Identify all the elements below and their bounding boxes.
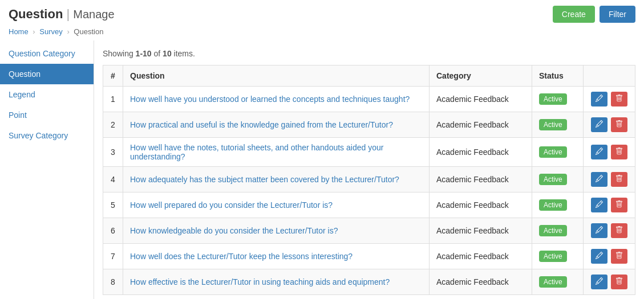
edit-button[interactable]	[591, 275, 607, 289]
breadcrumb-sep-1: ›	[33, 27, 35, 36]
row-category: Academic Feedback	[430, 167, 532, 192]
trash-icon	[615, 226, 623, 234]
row-category: Academic Feedback	[430, 112, 532, 138]
delete-button[interactable]	[611, 223, 627, 238]
row-num: 8	[103, 269, 123, 295]
row-status: Active	[532, 192, 584, 218]
status-badge: Active	[539, 199, 567, 211]
question-link[interactable]: How well have the notes, tutorial sheets…	[130, 143, 383, 161]
page-title: Question | Manage	[9, 7, 115, 21]
action-buttons	[590, 249, 628, 264]
trash-icon	[615, 252, 623, 259]
col-header-status: Status	[532, 65, 584, 87]
row-status: Active	[532, 138, 584, 167]
row-question: How well have the notes, tutorial sheets…	[123, 138, 430, 167]
delete-button[interactable]	[611, 92, 627, 107]
edit-icon	[596, 120, 603, 128]
question-link[interactable]: How well prepared do you consider the Le…	[130, 200, 333, 210]
col-header-num: #	[103, 65, 123, 87]
row-actions	[584, 167, 635, 192]
row-num: 7	[103, 244, 123, 269]
question-link[interactable]: How adequately has the subject matter be…	[130, 175, 399, 184]
edit-button[interactable]	[591, 92, 607, 107]
sidebar-item-legend[interactable]: Legend	[0, 84, 94, 105]
row-question: How effective is the Lecturer/Tutor in u…	[123, 269, 430, 295]
breadcrumb-survey[interactable]: Survey	[39, 27, 62, 36]
table-row: 3 How well have the notes, tutorial shee…	[103, 138, 635, 167]
delete-button[interactable]	[611, 249, 627, 264]
row-status: Active	[532, 218, 584, 244]
breadcrumb: Home › Survey › Question	[0, 25, 644, 40]
edit-button[interactable]	[591, 198, 607, 212]
row-category: Academic Feedback	[430, 218, 532, 244]
sidebar-item-point[interactable]: Point	[0, 105, 94, 125]
row-num: 6	[103, 218, 123, 244]
trash-icon	[615, 175, 623, 182]
edit-button[interactable]	[591, 249, 607, 264]
trash-icon	[615, 148, 623, 155]
header-buttons: Create Filter	[553, 6, 635, 23]
row-question: How adequately has the subject matter be…	[123, 167, 430, 192]
delete-button[interactable]	[611, 198, 627, 212]
row-category: Academic Feedback	[430, 192, 532, 218]
delete-button[interactable]	[611, 145, 627, 159]
breadcrumb-sep-2: ›	[67, 27, 69, 36]
create-button[interactable]: Create	[553, 6, 595, 23]
row-num: 4	[103, 167, 123, 192]
status-badge: Active	[539, 225, 567, 236]
edit-button[interactable]	[591, 223, 607, 238]
row-actions	[584, 269, 635, 295]
sidebar-item-question-category[interactable]: Question Category	[0, 43, 94, 64]
row-actions	[584, 112, 635, 138]
status-badge: Active	[539, 93, 567, 105]
delete-button[interactable]	[611, 172, 627, 187]
edit-icon	[596, 175, 603, 182]
row-actions	[584, 87, 635, 112]
delete-button[interactable]	[611, 117, 627, 132]
question-link[interactable]: How knowledgeable do you consider the Le…	[130, 226, 338, 235]
table-row: 1 How well have you understood or learne…	[103, 87, 635, 112]
edit-icon	[596, 200, 603, 208]
action-buttons	[590, 117, 628, 132]
edit-icon	[596, 148, 603, 155]
filter-button[interactable]: Filter	[600, 6, 635, 23]
row-status: Active	[532, 167, 584, 192]
sidebar-item-question[interactable]: Question	[0, 64, 94, 84]
row-category: Academic Feedback	[430, 87, 532, 112]
col-header-actions	[584, 65, 635, 87]
row-actions	[584, 244, 635, 269]
action-buttons	[590, 223, 628, 238]
status-badge: Active	[539, 119, 567, 130]
edit-button[interactable]	[591, 145, 607, 159]
trash-icon	[615, 120, 623, 128]
action-buttons	[590, 198, 628, 212]
delete-button[interactable]	[611, 275, 627, 289]
col-header-question: Question	[123, 65, 430, 87]
breadcrumb-home[interactable]: Home	[9, 27, 29, 36]
edit-icon	[596, 95, 603, 102]
main-layout: Question Category Question Legend Point …	[0, 40, 644, 299]
table-row: 8 How effective is the Lecturer/Tutor in…	[103, 269, 635, 295]
col-header-category: Category	[430, 65, 532, 87]
question-link[interactable]: How effective is the Lecturer/Tutor in u…	[130, 277, 390, 286]
row-question: How well have you understood or learned …	[123, 87, 430, 112]
row-status: Active	[532, 269, 584, 295]
question-link[interactable]: How practical and useful is the knowledg…	[130, 120, 393, 129]
row-question: How well prepared do you consider the Le…	[123, 192, 430, 218]
table-row: 5 How well prepared do you consider the …	[103, 192, 635, 218]
status-badge: Active	[539, 174, 567, 185]
edit-button[interactable]	[591, 117, 607, 132]
table-row: 4 How adequately has the subject matter …	[103, 167, 635, 192]
edit-icon	[596, 226, 603, 234]
row-num: 3	[103, 138, 123, 167]
question-link[interactable]: How well does the Lecturer/Tutor keep th…	[130, 252, 353, 261]
table-row: 7 How well does the Lecturer/Tutor keep …	[103, 244, 635, 269]
row-num: 1	[103, 87, 123, 112]
trash-icon	[615, 95, 623, 102]
edit-button[interactable]	[591, 172, 607, 187]
row-question: How well does the Lecturer/Tutor keep th…	[123, 244, 430, 269]
status-badge: Active	[539, 146, 567, 158]
question-link[interactable]: How well have you understood or learned …	[130, 95, 410, 104]
row-status: Active	[532, 244, 584, 269]
sidebar-item-survey-category[interactable]: Survey Category	[0, 125, 94, 146]
